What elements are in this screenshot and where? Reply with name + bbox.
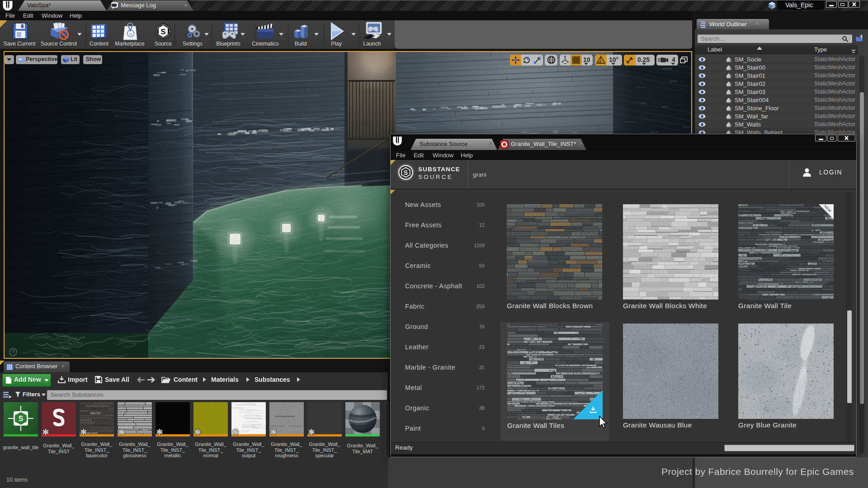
svg-text:S: S <box>404 169 408 176</box>
svg-text:S: S <box>19 415 24 422</box>
svg-text:u: u <box>129 31 132 36</box>
svg-text:?: ? <box>12 349 14 355</box>
svg-text:S: S <box>160 28 165 36</box>
